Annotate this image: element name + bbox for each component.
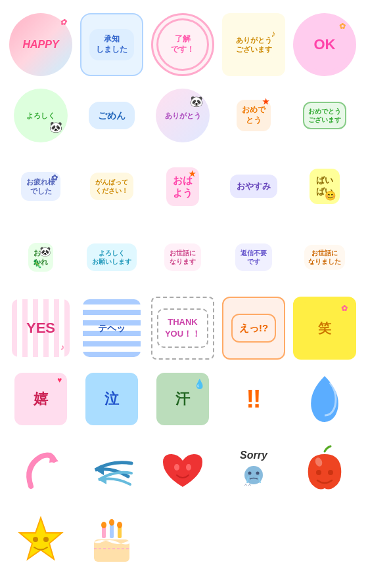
sticker-sorry[interactable]: Sorry ^ ^ <box>222 438 285 501</box>
sticker-gomen[interactable]: ごめん <box>80 84 143 147</box>
svg-point-21 <box>109 519 114 526</box>
svg-marker-0 <box>49 452 58 463</box>
svg-point-3 <box>174 464 179 471</box>
sticker-otsukaresama[interactable]: お疲れ様でした ✿ <box>9 155 72 218</box>
sticker-shochi[interactable]: 承知しました <box>80 13 143 76</box>
svg-point-7 <box>256 472 259 475</box>
sticker-grid: HAPPY ✿ 承知しました 了解です！ ありがとうございます ♪ OK ✿ よ… <box>9 13 359 575</box>
cake-svg <box>89 514 135 567</box>
sticker-teheppo[interactable]: テヘッ <box>80 297 143 360</box>
svg-marker-14 <box>20 518 62 559</box>
sticker-omedetou[interactable]: おめでとう ★ <box>222 84 285 147</box>
sticker-arigatou-goz[interactable]: ありがとうございます ♪ <box>222 13 285 76</box>
sticker-ohayou[interactable]: おはよう ★ <box>151 155 214 218</box>
sticker-arrow-up[interactable] <box>9 438 72 501</box>
thankyou-label: THANKYOU！！ <box>157 308 208 348</box>
apple-svg <box>302 444 348 496</box>
sticker-happy[interactable]: HAPPY ✿ <box>9 13 72 76</box>
sticker-arigatou[interactable]: ありがとう 🐼 <box>151 84 214 147</box>
svg-point-13 <box>328 470 333 475</box>
sticker-yoroshiku2[interactable]: よろしくお願いします <box>80 226 143 289</box>
sticker-otsukare[interactable]: おつかれ 🐼 🦎 <box>9 226 72 289</box>
sticker-yoroshiku[interactable]: よろしく 🐼 <box>9 84 72 147</box>
svg-point-12 <box>316 470 321 475</box>
sticker-star[interactable] <box>9 509 72 572</box>
sticker-thankyou[interactable]: THANKYOU！！ <box>151 297 214 360</box>
svg-rect-18 <box>110 524 114 538</box>
heart-svg <box>160 449 206 492</box>
sticker-oyasumi[interactable]: おやすみ <box>222 155 285 218</box>
svg-point-6 <box>248 472 251 475</box>
sticker-apple[interactable] <box>293 438 356 501</box>
sticker-exclaim[interactable]: ‼ <box>222 368 285 430</box>
sticker-omedetou-goz[interactable]: おめでとうございます <box>293 84 356 147</box>
sticker-arrow-left[interactable] <box>80 438 143 501</box>
arrow-up-svg <box>18 447 64 493</box>
sticker-osewa2[interactable]: お世話になりました <box>293 226 356 289</box>
sticker-ganbatte[interactable]: がんばってください！ <box>80 155 143 218</box>
sorry-face-svg: ^ ^ <box>241 465 267 488</box>
drop-svg <box>305 373 344 425</box>
svg-point-4 <box>186 464 191 471</box>
svg-point-22 <box>117 522 122 528</box>
star-svg <box>14 514 67 567</box>
sticker-ryokai[interactable]: 了解です！ <box>151 13 214 76</box>
yes-label: YES <box>26 319 55 338</box>
svg-point-15 <box>33 537 38 542</box>
sticker-baibai[interactable]: ばいばい 😊 <box>293 155 356 218</box>
svg-point-20 <box>101 522 106 528</box>
sticker-warai[interactable]: 笑 ✿ <box>293 297 356 360</box>
sticker-ureshi[interactable]: 嬉 ♥ <box>9 368 72 430</box>
sticker-drop[interactable] <box>293 368 356 430</box>
svg-text:^  ^: ^ ^ <box>244 482 251 488</box>
shochi-label: 承知しました <box>89 29 134 60</box>
sticker-heart[interactable] <box>151 438 214 501</box>
sticker-naki[interactable]: 泣 <box>80 368 143 430</box>
sticker-ok[interactable]: OK ✿ <box>293 13 356 76</box>
sticker-yes[interactable]: YES ♪ <box>9 297 72 360</box>
sticker-osewa[interactable]: お世話になります <box>151 226 214 289</box>
arrow-left-svg <box>85 450 138 490</box>
happy-label: HAPPY <box>22 38 58 52</box>
svg-point-16 <box>43 537 49 542</box>
sticker-ett[interactable]: えっ!? <box>222 297 285 360</box>
sticker-hensin[interactable]: 返信不要です <box>222 226 285 289</box>
sticker-cake[interactable] <box>80 509 143 572</box>
teheppo-label: テヘッ <box>98 322 126 334</box>
sticker-ase[interactable]: 汗 💧 <box>151 368 214 430</box>
